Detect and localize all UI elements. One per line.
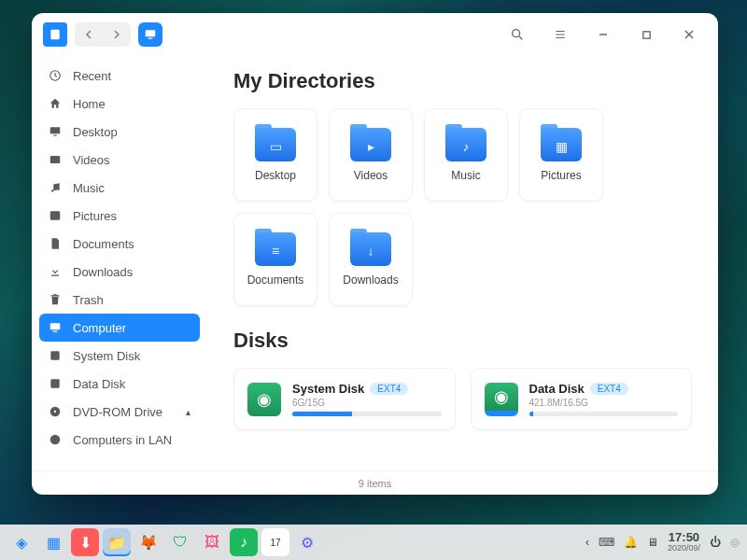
disk-fs-badge: EXT4 <box>370 383 408 395</box>
hamburger-icon <box>554 28 567 41</box>
close-button[interactable] <box>675 21 703 49</box>
sidebar-item-label: Data Disk <box>73 377 125 391</box>
folder-icon: ≡ <box>255 232 296 266</box>
disk-usage: 6G/15G <box>292 398 442 408</box>
sidebar-item-home[interactable]: Home <box>39 90 200 118</box>
launcher-button[interactable]: ◈ <box>7 528 35 556</box>
minimize-button[interactable] <box>589 21 617 49</box>
power-icon[interactable]: ⏻ <box>710 536 721 549</box>
desktop-icon[interactable]: 🖥 <box>647 536 658 549</box>
sidebar: RecentHomeDesktopVideosMusicPicturesDocu… <box>32 56 207 470</box>
sidebar-item-pictures[interactable]: Pictures <box>39 202 200 230</box>
search-button[interactable] <box>503 21 531 49</box>
folder-icon: ▦ <box>541 128 582 161</box>
svg-rect-18 <box>50 211 61 219</box>
trash-icon <box>49 293 63 306</box>
svg-rect-0 <box>50 30 59 40</box>
svg-rect-2 <box>148 38 153 39</box>
svg-rect-14 <box>53 135 57 136</box>
clock-icon <box>49 69 63 82</box>
disk-progress <box>292 412 442 416</box>
disk-system-disk[interactable]: ◉System DiskEXT46G/15G <box>233 368 456 430</box>
sidebar-item-music[interactable]: Music <box>39 174 200 202</box>
sidebar-item-label: Documents <box>73 237 134 251</box>
keyboard-icon[interactable]: ⌨ <box>599 536 614 549</box>
main-content: My Directories ▭Desktop▸Videos♪Music▦Pic… <box>207 56 718 470</box>
video-icon <box>49 153 63 166</box>
firefox-button[interactable]: 🦊 <box>134 528 162 556</box>
sidebar-item-computers-in-lan[interactable]: Computers in LAN <box>39 426 200 454</box>
clock-date: 2020/09/ <box>668 544 700 553</box>
folder-icon: ▭ <box>255 128 296 161</box>
sidebar-item-desktop[interactable]: Desktop <box>39 118 200 146</box>
sidebar-item-data-disk[interactable]: Data Disk <box>39 370 200 398</box>
file-manager-window: RecentHomeDesktopVideosMusicPicturesDocu… <box>32 13 718 495</box>
svg-rect-20 <box>53 331 58 332</box>
directory-pictures[interactable]: ▦Pictures <box>519 108 603 202</box>
taskview-button[interactable]: ▦ <box>39 528 67 556</box>
disk-name: Data Disk <box>529 382 585 396</box>
sidebar-item-label: Recent <box>73 69 111 83</box>
location-button[interactable] <box>138 22 162 47</box>
sidebar-item-system-disk[interactable]: System Disk <box>39 342 200 370</box>
svg-rect-21 <box>50 351 59 359</box>
file-manager-taskbar[interactable]: 📁 <box>103 528 131 556</box>
music-button[interactable]: ♪ <box>230 528 258 556</box>
svg-point-3 <box>513 30 520 37</box>
network-icon <box>49 433 63 446</box>
settings-button[interactable]: ⚙ <box>293 528 321 556</box>
shield-button[interactable]: 🛡 <box>166 528 194 556</box>
directory-videos[interactable]: ▸Videos <box>329 108 413 202</box>
directory-music[interactable]: ♪Music <box>424 108 508 202</box>
disk-progress <box>529 412 679 416</box>
calendar-button[interactable]: 17 <box>261 528 289 556</box>
clock[interactable]: 17:50 2020/09/ <box>668 531 700 553</box>
disk-usage: 421.8M/16.5G <box>529 398 679 408</box>
back-button[interactable] <box>75 22 103 47</box>
directories-grid: ▭Desktop▸Videos♪Music▦Pictures≡Documents… <box>233 108 692 306</box>
disk-data-disk[interactable]: ◉Data DiskEXT4421.8M/16.5G <box>471 368 693 430</box>
sidebar-item-computer[interactable]: Computer <box>39 314 200 342</box>
directory-label: Videos <box>354 169 388 182</box>
svg-rect-15 <box>50 156 61 163</box>
home-icon <box>49 97 63 110</box>
dvd-icon <box>49 405 63 418</box>
gallery-button[interactable]: 🖼 <box>198 528 226 556</box>
sidebar-item-label: Computers in LAN <box>73 433 172 447</box>
sidebar-item-videos[interactable]: Videos <box>39 146 200 174</box>
directory-downloads[interactable]: ↓Downloads <box>329 213 413 306</box>
sidebar-item-recent[interactable]: Recent <box>39 62 200 90</box>
app-store-button[interactable]: ⬇ <box>71 528 99 556</box>
tray-extra-icon[interactable]: ◎ <box>730 536 740 549</box>
disk-icon <box>49 377 63 390</box>
notification-icon[interactable]: 🔔 <box>624 536 638 549</box>
svg-rect-19 <box>50 323 61 329</box>
directory-documents[interactable]: ≡Documents <box>233 213 317 306</box>
disks-row: ◉System DiskEXT46G/15G◉Data DiskEXT4421.… <box>233 368 692 430</box>
music-icon <box>49 181 63 194</box>
disk-icon: ◉ <box>485 383 518 416</box>
sidebar-item-trash[interactable]: Trash <box>39 286 200 314</box>
menu-button[interactable] <box>546 21 574 49</box>
disk-icon: ◉ <box>247 383 281 416</box>
directory-desktop[interactable]: ▭Desktop <box>233 108 317 202</box>
tray-chevron-icon[interactable]: ‹ <box>585 536 589 549</box>
nav-buttons <box>75 22 131 47</box>
monitor-icon <box>144 28 157 41</box>
directory-label: Music <box>451 169 480 182</box>
sidebar-item-dvd-rom-drive[interactable]: DVD-ROM Drive▴ <box>39 398 200 426</box>
chevron-left-icon <box>84 30 93 39</box>
sidebar-item-documents[interactable]: Documents <box>39 230 200 258</box>
system-tray: ‹ ⌨ 🔔 🖥 17:50 2020/09/ ⏻ ◎ <box>585 531 740 553</box>
maximize-button[interactable] <box>632 21 660 49</box>
directory-label: Documents <box>247 273 304 287</box>
download-icon <box>49 265 63 278</box>
sidebar-item-downloads[interactable]: Downloads <box>39 258 200 286</box>
svg-rect-1 <box>146 30 156 36</box>
sidebar-item-label: Pictures <box>73 209 117 223</box>
svg-rect-22 <box>50 379 59 387</box>
folder-icon: ▸ <box>350 128 391 161</box>
disks-heading: Disks <box>233 329 692 353</box>
svg-point-17 <box>57 189 59 190</box>
forward-button[interactable] <box>103 22 131 47</box>
